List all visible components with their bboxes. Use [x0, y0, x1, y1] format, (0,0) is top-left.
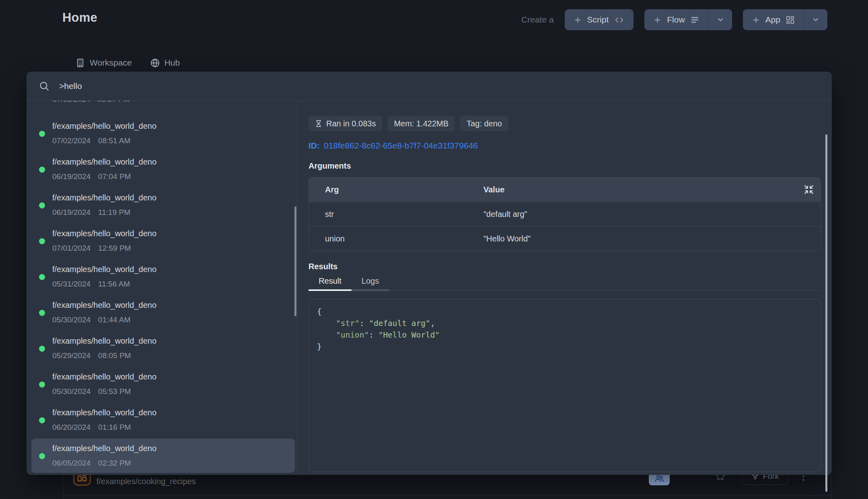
run-datetime: 07/01/2024 12:59 PM: [52, 244, 131, 253]
tag-badge: Tag: deno: [460, 116, 508, 131]
tab-hub-label: Hub: [165, 58, 180, 68]
run-path: f/examples/hello_world_deno: [52, 444, 156, 453]
search-input[interactable]: [58, 81, 422, 91]
arg-value: "Hello World": [483, 234, 821, 243]
run-path: f/examples/hello_world_deno: [52, 122, 156, 131]
menu-bars-icon: [690, 15, 699, 25]
status-dot-success: [39, 453, 45, 459]
run-id-value[interactable]: 018fe862-8c62-65e8-b7f7-04e31f379646: [324, 141, 478, 150]
status-dot-success: [39, 131, 45, 137]
run-date: 06/19/2024: [52, 208, 91, 217]
run-item[interactable]: f/examples/hello_world_deno 07/02/2024 0…: [27, 116, 297, 152]
json-indent: [317, 319, 336, 328]
run-datetime: 05/31/2024 11:56 AM: [52, 280, 130, 289]
globe-icon: [150, 58, 160, 68]
json-value: "default arg": [369, 319, 430, 328]
plus-icon: [574, 16, 582, 24]
create-a-label: Create a: [521, 15, 554, 25]
run-datetime: 05/29/2024 08:05 PM: [52, 351, 131, 360]
run-time: 08:51 AM: [98, 136, 130, 145]
run-date: 06/20/2024: [52, 423, 91, 432]
run-item[interactable]: f/examples/hello_world_deno 05/30/2024 0…: [27, 367, 297, 402]
run-item[interactable]: f/examples/hello_world_deno 06/19/2024 0…: [27, 152, 297, 188]
create-flow-label: Flow: [667, 15, 685, 25]
tag-badge-label: Tag: deno: [467, 119, 502, 128]
bg-row-divider: [63, 495, 831, 496]
code-icon: [614, 16, 625, 24]
result-tabs: Result Logs: [309, 276, 821, 291]
json-comma: ,: [430, 319, 435, 328]
tab-hub[interactable]: Hub: [150, 58, 180, 68]
runtime-badge-label: Ran in 0.083s: [326, 119, 376, 128]
memory-badge: Mem: 1.422MB: [387, 116, 455, 131]
create-app-button-group: App: [743, 9, 827, 30]
run-datetime: 06/19/2024 07:04 PM: [52, 172, 131, 181]
arguments-table: Arg Value str "default arg" union "Hello…: [309, 177, 821, 251]
run-path: f/examples/hello_world_deno: [52, 336, 156, 346]
table-row: str "default arg": [309, 202, 821, 226]
expand-icon[interactable]: [804, 184, 814, 195]
create-app-button[interactable]: App: [743, 9, 804, 30]
run-date: 07/02/2024: [52, 136, 91, 145]
plus-icon: [653, 16, 662, 24]
result-json-viewer: { "str": "default arg", "union": "Hello …: [309, 299, 821, 472]
run-date: 07/01/2024: [52, 244, 91, 253]
run-path: f/examples/hello_world_deno: [52, 265, 156, 274]
create-app-dropdown-button[interactable]: [804, 9, 827, 30]
json-key: "union": [336, 330, 369, 340]
header-actions: Create a Script Flow: [521, 9, 827, 30]
results-title: Results: [309, 262, 832, 271]
run-date: 05/30/2024: [52, 387, 91, 396]
run-date: 06/19/2024: [52, 172, 91, 181]
run-item[interactable]: f/examples/hello_world_deno 05/29/2024 0…: [27, 331, 297, 367]
run-datetime: 05/30/2024 01:44 AM: [52, 315, 130, 324]
run-path: f/examples/hello_world_deno: [52, 372, 156, 381]
run-items: f/examples/hello_world_deno 07/02/2024 0…: [27, 116, 297, 474]
column-header-arg: Arg: [309, 185, 483, 194]
arg-name: str: [309, 210, 483, 219]
table-row: union "Hello World": [309, 226, 821, 251]
run-time: 01:16 PM: [98, 423, 131, 432]
tab-logs[interactable]: Logs: [352, 276, 389, 291]
run-item[interactable]: f/examples/hello_world_deno 06/19/2024 1…: [27, 188, 297, 223]
runtime-badge: Ran in 0.083s: [309, 116, 382, 131]
app-path-label: f/examples/cooking_recipes: [97, 477, 196, 486]
run-item[interactable]: f/examples/hello_world_deno 07/01/2024 1…: [27, 223, 297, 259]
create-flow-button[interactable]: Flow: [644, 9, 708, 30]
arguments-title: Arguments: [309, 161, 832, 171]
run-path: f/examples/hello_world_deno: [52, 408, 156, 417]
tab-result[interactable]: Result: [309, 276, 352, 291]
run-item[interactable]: f/examples/hello_world_deno 06/05/2024 0…: [27, 438, 297, 474]
create-script-label: Script: [587, 15, 609, 25]
run-item[interactable]: f/examples/hello_world_deno 06/20/2024 0…: [27, 402, 297, 438]
json-separator: :: [360, 319, 369, 328]
tab-workspace[interactable]: Workspace: [76, 58, 132, 68]
palette-body: 07/03/2024 08:37 PM f/examples/hello_wor…: [27, 101, 832, 474]
arguments-table-header: Arg Value: [309, 177, 821, 202]
run-item[interactable]: f/examples/hello_world_deno 05/31/2024 1…: [27, 259, 297, 295]
tab-workspace-label: Workspace: [90, 58, 132, 68]
run-time: 01:44 AM: [98, 315, 130, 324]
json-brace: {: [317, 307, 322, 316]
run-date: 05/30/2024: [52, 315, 91, 324]
create-script-button[interactable]: Script: [565, 9, 634, 30]
create-script-button-main[interactable]: Script: [565, 9, 634, 30]
run-path: f/examples/hello_world_deno: [52, 229, 156, 238]
chevron-down-icon: [716, 16, 724, 24]
detail-panel-scrollbar[interactable]: [825, 134, 827, 492]
status-dot-success: [39, 346, 45, 352]
run-time: 08:05 PM: [98, 351, 131, 360]
run-item-truncated[interactable]: 07/03/2024 08:37 PM: [27, 101, 297, 116]
json-value: "Hello World": [378, 330, 440, 340]
run-list-scrollbar[interactable]: [294, 206, 296, 316]
run-time: 12:59 PM: [98, 244, 131, 253]
create-flow-dropdown-button[interactable]: [708, 9, 732, 30]
run-datetime: 06/19/2024 11:19 PM: [52, 208, 130, 217]
run-list: 07/03/2024 08:37 PM f/examples/hello_wor…: [27, 101, 297, 474]
chevron-down-icon: [812, 16, 820, 24]
run-detail-panel: Ran in 0.083s Mem: 1.422MB Tag: deno ID:…: [297, 101, 832, 474]
run-id-label: ID:: [309, 141, 320, 150]
run-time: 11:19 PM: [98, 208, 130, 217]
run-path: f/examples/hello_world_deno: [52, 301, 156, 310]
run-item[interactable]: f/examples/hello_world_deno 05/30/2024 0…: [27, 295, 297, 331]
